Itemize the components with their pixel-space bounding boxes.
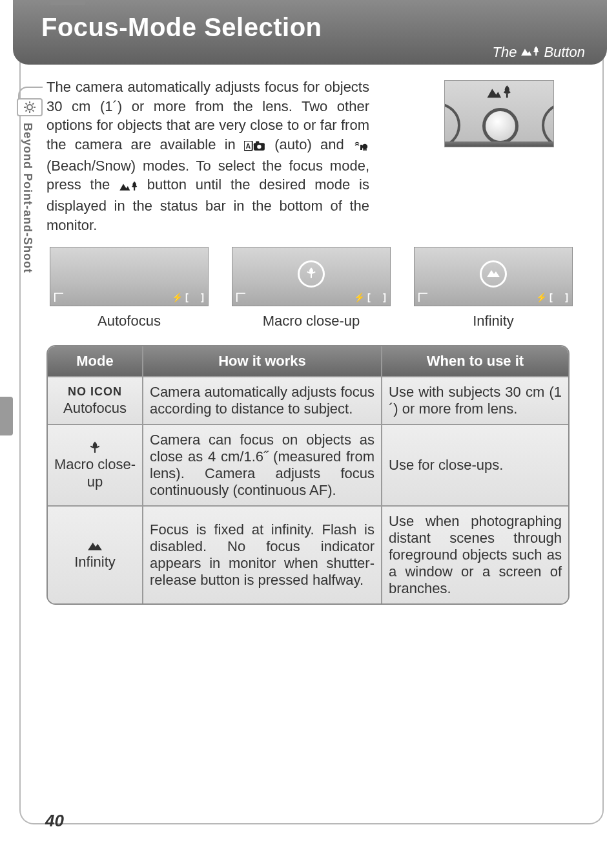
mountain-macro-icon bbox=[445, 85, 553, 102]
side-tab-icon-block bbox=[17, 98, 43, 116]
no-icon-label: NO ICON bbox=[54, 384, 136, 399]
header-how: How it works bbox=[143, 346, 382, 376]
intro-paragraph: The camera automatically adjusts focus f… bbox=[46, 78, 369, 235]
status-right-group: ⚡ [ ] bbox=[354, 292, 386, 302]
mode-name: Macro close-up bbox=[54, 456, 136, 491]
preview-label: Autofocus bbox=[98, 313, 161, 330]
mode-cell-macro: Macro close-up bbox=[48, 424, 143, 505]
focus-mode-table: Mode How it works When to use it NO ICON… bbox=[46, 345, 570, 605]
mode-cell-autofocus: NO ICON Autofocus bbox=[48, 376, 143, 424]
dial-left-arc bbox=[444, 103, 460, 147]
table-row: Infinity Focus is fixed at infinity. Fla… bbox=[48, 505, 568, 603]
dial-right-arc bbox=[542, 103, 554, 147]
status-bar: ⚡ [ ] bbox=[232, 289, 390, 306]
bracket-close-icon: ] bbox=[201, 292, 204, 302]
side-tab-label: Beyond Point-and-Shoot bbox=[21, 123, 34, 273]
header-when: When to use it bbox=[382, 346, 568, 376]
frame-corner-icon bbox=[54, 293, 63, 302]
camera-button-illustration bbox=[444, 80, 554, 147]
flash-icon: ⚡ bbox=[172, 292, 183, 302]
preview-label: Macro close-up bbox=[263, 313, 360, 330]
focus-ring bbox=[480, 260, 507, 288]
preview-autofocus: ⚡ [ ] Autofocus bbox=[46, 247, 212, 330]
focus-ring bbox=[298, 260, 325, 288]
mountain-icon bbox=[486, 267, 501, 281]
bracket-open-icon: [ bbox=[549, 292, 553, 302]
mountain-macro-icon bbox=[119, 178, 138, 194]
main-content: The camera automatically adjusts focus f… bbox=[46, 78, 576, 235]
bracket-close-icon: ] bbox=[565, 292, 568, 302]
table-row: Macro close-up Camera can focus on objec… bbox=[48, 424, 568, 505]
subtitle-prefix: The bbox=[492, 44, 517, 61]
macro-icon bbox=[54, 440, 136, 454]
how-cell: Focus is fixed at infinity. Flash is dis… bbox=[143, 505, 382, 603]
screen-previews-row: ⚡ [ ] Autofocus ⚡ [ bbox=[46, 247, 576, 330]
frame-corner-icon bbox=[418, 293, 427, 302]
flash-icon: ⚡ bbox=[354, 292, 365, 302]
mountain-macro-icon bbox=[520, 44, 540, 61]
how-cell: Camera can focus on objects as close as … bbox=[143, 424, 382, 505]
mode-name: Infinity bbox=[54, 553, 136, 571]
table-row: NO ICON Autofocus Camera automatically a… bbox=[48, 376, 568, 424]
table-header-row: Mode How it works When to use it bbox=[48, 346, 568, 376]
bracket-open-icon: [ bbox=[185, 292, 189, 302]
side-tab-corner bbox=[18, 87, 43, 100]
header-subtitle: The Button bbox=[492, 44, 585, 61]
subtitle-suffix: Button bbox=[544, 44, 585, 61]
preview-screen: ⚡ [ ] bbox=[232, 247, 391, 306]
status-right-group: ⚡ [ ] bbox=[172, 292, 204, 302]
preview-screen: ⚡ [ ] bbox=[50, 247, 209, 306]
when-cell: Use with subjects 30 cm (1´) or more fro… bbox=[382, 376, 568, 424]
focus-mode-button bbox=[482, 108, 518, 144]
auto-camera-icon bbox=[244, 138, 266, 154]
header-mode: Mode bbox=[48, 346, 143, 376]
page-header: Focus-Mode Selection The Button bbox=[13, 0, 607, 65]
when-cell: Use when photographing distant scenes th… bbox=[382, 505, 568, 603]
preview-label: Infinity bbox=[473, 313, 514, 330]
flash-icon: ⚡ bbox=[536, 292, 547, 302]
beach-snow-icon bbox=[353, 138, 369, 154]
thumb-index-marker bbox=[0, 397, 13, 435]
frame-corner-icon bbox=[236, 293, 245, 302]
mode-name: Autofocus bbox=[54, 399, 136, 417]
header-tab-decoration bbox=[50, 0, 85, 5]
illustration-base bbox=[445, 142, 553, 147]
page-number: 40 bbox=[45, 811, 64, 831]
mode-cell-infinity: Infinity bbox=[48, 505, 143, 603]
preview-screen: ⚡ [ ] bbox=[414, 247, 573, 306]
bracket-open-icon: [ bbox=[367, 292, 371, 302]
bracket-close-icon: ] bbox=[383, 292, 386, 302]
intro-text-2: (auto) and bbox=[274, 136, 353, 152]
gear-icon bbox=[23, 101, 36, 114]
macro-icon bbox=[304, 266, 318, 282]
side-tab: Beyond Point-and-Shoot bbox=[14, 97, 40, 278]
status-bar: ⚡ [ ] bbox=[415, 289, 572, 306]
when-cell: Use for close-ups. bbox=[382, 424, 568, 505]
how-cell: Camera automatically adjusts focus accor… bbox=[143, 376, 382, 424]
preview-macro: ⚡ [ ] Macro close-up bbox=[229, 247, 394, 330]
status-bar: ⚡ [ ] bbox=[50, 289, 208, 306]
mountain-icon bbox=[54, 539, 136, 552]
status-right-group: ⚡ [ ] bbox=[536, 292, 568, 302]
page-title: Focus-Mode Selection bbox=[41, 13, 322, 42]
preview-infinity: ⚡ [ ] Infinity bbox=[411, 247, 576, 330]
